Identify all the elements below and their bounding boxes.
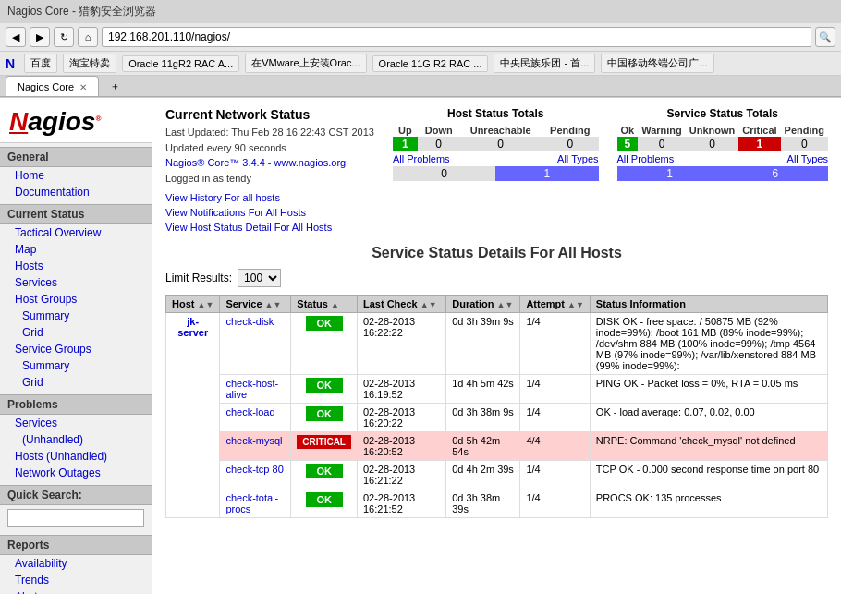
host-totals-table2: 0 1	[393, 166, 599, 181]
duration-cell: 1d 4h 5m 42s	[446, 375, 520, 404]
tab-close-button[interactable]: ✕	[79, 82, 87, 92]
svc-val-pending[interactable]: 0	[781, 137, 828, 151]
sidebar-item-problems-services-unhandled[interactable]: (Unhandled)	[0, 431, 152, 448]
bookmark-oracle2[interactable]: Oracle 11G R2 RAC ...	[372, 55, 489, 72]
lastcheck-cell: 02-28-2013 16:20:52	[357, 432, 445, 461]
limit-label: Limit Results:	[165, 272, 232, 284]
service-link[interactable]: check-load	[225, 406, 274, 417]
svc-problems-val[interactable]: 1	[617, 166, 723, 181]
sort-status-icon[interactable]: ▲	[331, 300, 339, 309]
new-tab-button[interactable]: ＋	[104, 76, 125, 96]
service-totals-links: All Problems All Types	[617, 153, 828, 164]
sidebar-item-home[interactable]: Home	[0, 167, 152, 184]
view-history-link[interactable]: View History For all hosts	[165, 192, 280, 203]
sidebar-item-hosts[interactable]: Hosts	[0, 258, 152, 274]
bookmark-vmware[interactable]: 在VMware上安装Orac...	[245, 54, 366, 73]
host-col-down: Down	[418, 124, 459, 137]
last-updated: Last Updated: Thu Feb 28 16:22:43 CST 20…	[165, 125, 374, 140]
svc-all-problems-link[interactable]: All Problems	[617, 153, 675, 164]
service-link[interactable]: check-host-alive	[225, 378, 278, 400]
service-link[interactable]: check-disk	[225, 316, 274, 327]
service-cell: check-disk	[220, 313, 291, 375]
search-button[interactable]: 🔍	[815, 27, 835, 47]
svc-val-unknown[interactable]: 0	[686, 137, 739, 151]
status-cell: OK	[291, 375, 358, 404]
logo-n: N	[9, 107, 28, 136]
sort-host-icon[interactable]: ▲▼	[198, 300, 214, 309]
back-button[interactable]: ◀	[6, 27, 26, 47]
host-totals-title: Host Status Totals	[393, 107, 599, 120]
attempt-cell: 1/4	[520, 489, 590, 518]
svc-val-warning[interactable]: 0	[638, 137, 686, 151]
home-button[interactable]: ⌂	[78, 27, 98, 47]
host-problems-val[interactable]: 0	[393, 166, 495, 181]
host-val-up[interactable]: 1	[393, 137, 418, 151]
sort-duration-icon[interactable]: ▲▼	[497, 300, 514, 309]
browser-chrome: Nagios Core - 猎豹安全浏览器 ◀ ▶ ↻ ⌂ 🔍 N 百度 淘宝特…	[0, 0, 841, 98]
sidebar-item-hosts-unhandled[interactable]: Hosts (Unhandled)	[0, 448, 152, 465]
status-links: View History For all hosts View Notifica…	[165, 191, 374, 234]
quick-search-area	[0, 505, 152, 531]
refresh-button[interactable]: ↻	[54, 27, 74, 47]
service-link[interactable]: check-total-procs	[225, 492, 278, 514]
host-types-val[interactable]: 1	[495, 166, 598, 181]
service-status-totals: Service Status Totals Ok Warning Unknown…	[617, 107, 828, 181]
network-status-info: Current Network Status Last Updated: Thu…	[165, 107, 374, 236]
host-val-down[interactable]: 0	[418, 137, 459, 151]
host-link[interactable]: jk-server	[177, 316, 208, 338]
sidebar-item-servicegroups-summary[interactable]: Summary	[0, 357, 152, 374]
bookmarks-bar: N 百度 淘宝特卖 Oracle 11gR2 RAC A... 在VMware上…	[0, 52, 841, 76]
sidebar-item-services[interactable]: Services	[0, 274, 152, 291]
service-link[interactable]: check-mysql	[225, 435, 282, 446]
host-val-pending[interactable]: 0	[542, 137, 599, 151]
bookmark-baidu[interactable]: 百度	[24, 54, 57, 73]
address-bar[interactable]	[102, 27, 811, 47]
bookmark-oracle1[interactable]: Oracle 11gR2 RAC A...	[122, 55, 239, 72]
sidebar-item-alerts[interactable]: Alerts	[0, 588, 152, 594]
sidebar-item-trends[interactable]: Trends	[0, 572, 152, 588]
limit-select[interactable]: 25 50 100 200 All	[238, 269, 281, 287]
col-host: Host ▲▼	[166, 296, 220, 313]
services-table: Host ▲▼ Service ▲▼ Status ▲ Last Check ▲…	[165, 295, 828, 518]
sort-service-icon[interactable]: ▲▼	[265, 300, 282, 309]
service-cell: check-host-alive	[220, 375, 291, 404]
quick-search-input[interactable]	[7, 509, 144, 527]
svc-val-critical[interactable]: 1	[738, 137, 780, 151]
sidebar-item-tactical-overview[interactable]: Tactical Overview	[0, 224, 152, 241]
bookmark-music[interactable]: 中央民族乐团 - 首...	[494, 54, 595, 73]
sort-check-icon[interactable]: ▲▼	[420, 300, 437, 309]
forward-button[interactable]: ▶	[30, 27, 50, 47]
service-totals-title: Service Status Totals	[617, 107, 828, 120]
view-host-status-link[interactable]: View Host Status Detail For All Hosts	[165, 222, 332, 233]
sidebar-item-network-outages[interactable]: Network Outages	[0, 465, 152, 481]
svc-totals-table2: 1 6	[617, 166, 828, 181]
sidebar-item-service-groups[interactable]: Service Groups	[0, 341, 152, 357]
service-link[interactable]: check-tcp 80	[225, 464, 283, 475]
sidebar-logo: Nagios®	[0, 98, 152, 143]
sidebar-item-hostgroups-summary[interactable]: Summary	[0, 308, 152, 324]
sidebar-item-availability[interactable]: Availability	[0, 555, 152, 572]
svc-types-val[interactable]: 6	[723, 166, 828, 181]
sidebar-item-problems-services[interactable]: Services	[0, 415, 152, 431]
sidebar-item-servicegroups-grid[interactable]: Grid	[0, 374, 152, 391]
bookmark-mobile[interactable]: 中国移动终端公司广...	[601, 54, 713, 73]
svc-val-ok[interactable]: 5	[617, 137, 639, 151]
lastcheck-cell: 02-28-2013 16:22:22	[357, 313, 445, 375]
table-row: check-mysqlCRITICAL02-28-2013 16:20:520d…	[166, 432, 828, 461]
host-all-problems-link[interactable]: All Problems	[393, 153, 450, 164]
sidebar-item-map[interactable]: Map	[0, 241, 152, 258]
sidebar-item-host-groups[interactable]: Host Groups	[0, 291, 152, 308]
sidebar-item-hostgroups-grid[interactable]: Grid	[0, 324, 152, 341]
nagios-tab[interactable]: Nagios Core ✕	[6, 76, 99, 96]
sidebar-item-documentation[interactable]: Documentation	[0, 184, 152, 200]
nagios-version-link[interactable]: Nagios® Core™ 3.4.4 - www.nagios.org	[165, 157, 346, 168]
service-cell: check-total-procs	[220, 489, 291, 518]
sidebar-section-current-status: Current Status	[0, 204, 152, 224]
sort-attempt-icon[interactable]: ▲▼	[567, 300, 584, 309]
view-notifications-link[interactable]: View Notifications For All Hosts	[165, 207, 306, 218]
host-val-unreachable[interactable]: 0	[459, 137, 542, 151]
duration-cell: 0d 3h 38m 9s	[446, 404, 520, 432]
host-all-types-link[interactable]: All Types	[557, 153, 598, 164]
bookmark-taobao[interactable]: 淘宝特卖	[63, 54, 116, 73]
svc-all-types-link[interactable]: All Types	[787, 153, 828, 164]
